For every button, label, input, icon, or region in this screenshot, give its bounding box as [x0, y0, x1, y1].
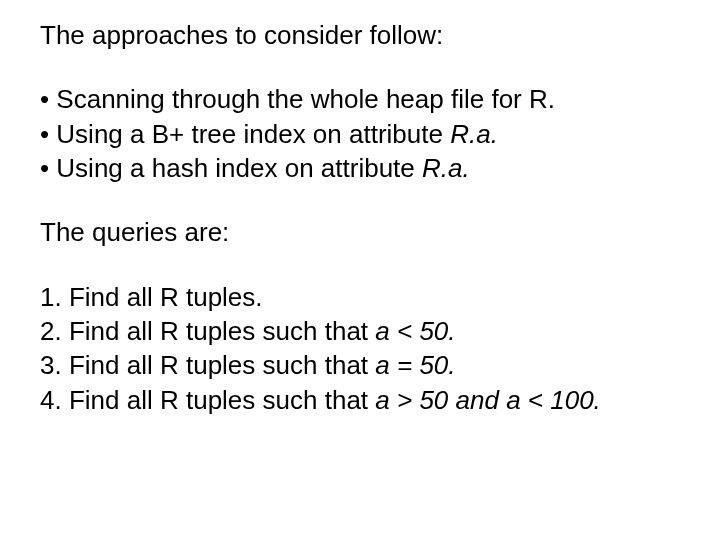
approach-item: • Using a B+ tree index on attribute R.a…: [40, 117, 680, 151]
italic-text: a > 50 and a < 100.: [375, 385, 601, 415]
italic-text: R.a.: [422, 153, 470, 183]
text: • Using a B+ tree index on attribute: [40, 119, 450, 149]
text: 2. Find all R tuples such that: [40, 316, 375, 346]
text: 3. Find all R tuples such that: [40, 350, 375, 380]
approaches-list: • Scanning through the whole heap file f…: [40, 82, 680, 185]
query-item: 4. Find all R tuples such that a > 50 an…: [40, 383, 680, 417]
query-item: 3. Find all R tuples such that a = 50.: [40, 348, 680, 382]
queries-intro-text: The queries are:: [40, 215, 680, 249]
text: • Using a hash index on attribute: [40, 153, 422, 183]
queries-list: 1. Find all R tuples. 2. Find all R tupl…: [40, 280, 680, 417]
text: 1. Find all R tuples.: [40, 282, 263, 312]
approach-item: • Using a hash index on attribute R.a.: [40, 151, 680, 185]
slide: The approaches to consider follow: • Sca…: [0, 0, 720, 540]
intro-text: The approaches to consider follow:: [40, 18, 680, 52]
query-item: 2. Find all R tuples such that a < 50.: [40, 314, 680, 348]
text: • Scanning through the whole heap file f…: [40, 84, 555, 114]
query-item: 1. Find all R tuples.: [40, 280, 680, 314]
approach-item: • Scanning through the whole heap file f…: [40, 82, 680, 116]
italic-text: R.a.: [450, 119, 498, 149]
italic-text: a < 50.: [375, 316, 455, 346]
text: 4. Find all R tuples such that: [40, 385, 375, 415]
italic-text: a = 50.: [375, 350, 455, 380]
